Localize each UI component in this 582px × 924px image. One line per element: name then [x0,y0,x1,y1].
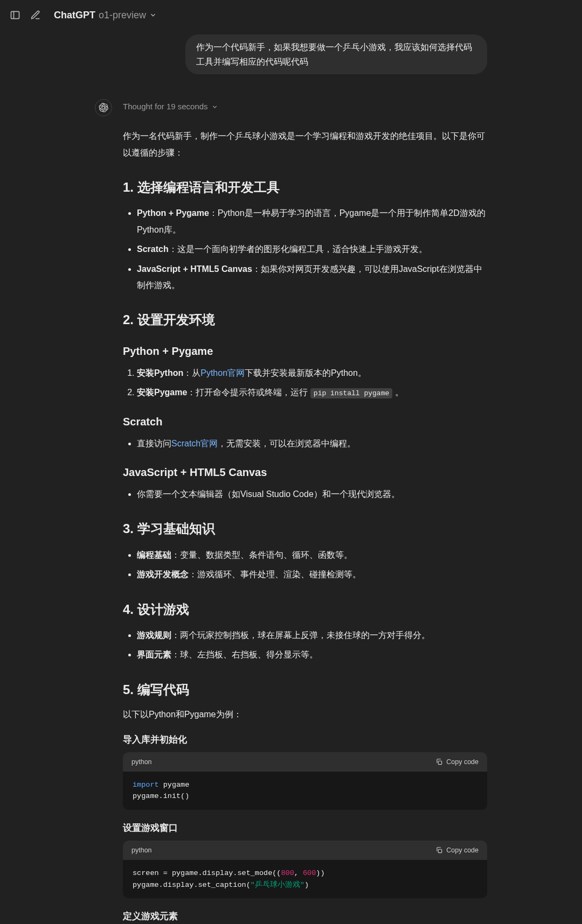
list-item: Scratch：这是一个面向初学者的图形化编程工具，适合快速上手游戏开发。 [137,241,487,257]
model-main: ChatGPT [54,8,95,23]
copy-code-button[interactable]: Copy code [435,845,479,856]
assistant-message-row: Thought for 19 seconds 作为一名代码新手，制作一个乒乓球小… [95,96,487,924]
section-1-title: 1. 选择编程语言和开发工具 [123,177,487,198]
list-item: 安装Python：从Python官网下载并安装最新版本的Python。 [137,365,487,381]
s2-js-heading: JavaScript + HTML5 Canvas [123,464,487,481]
list-item: JavaScript + HTML5 Canvas：如果你对网页开发感兴趣，可以… [137,261,487,294]
code-lang-label: python [131,845,152,856]
model-selector[interactable]: ChatGPT o1-preview [50,5,161,25]
list-item: 游戏开发概念：游戏循环、事件处理、渲染、碰撞检测等。 [137,566,487,583]
list-item: 界面元素：球、左挡板、右挡板、得分显示等。 [137,647,487,663]
scratch-link[interactable]: Scratch官网 [171,439,218,448]
openai-logo-icon [99,103,108,113]
s2-python-steps: 安装Python：从Python官网下载并安装最新版本的Python。 安装Py… [123,365,487,401]
s2-js-list: 你需要一个文本编辑器（如Visual Studio Code）和一个现代浏览器。 [123,486,487,502]
intro-paragraph: 作为一名代码新手，制作一个乒乓球小游戏是一个学习编程和游戏开发的绝佳项目。以下是… [123,128,487,161]
list-item: Python + Pygame：Python是一种易于学习的语言，Pygame是… [137,205,487,238]
code2-heading: 设置游戏窗口 [123,821,487,835]
inline-code: pip install pygame [310,388,392,398]
user-message: 作为一个代码新手，如果我想要做一个乒乓小游戏，我应该如何选择代码工具并编写相应的… [185,34,487,74]
code1-heading: 导入库并初始化 [123,732,487,747]
user-message-row: 作为一个代码新手，如果我想要做一个乒乓小游戏，我应该如何选择代码工具并编写相应的… [95,30,487,74]
toggle-sidebar-icon[interactable] [9,9,22,22]
section-3-list: 编程基础：变量、数据类型、条件语句、循环、函数等。 游戏开发概念：游戏循环、事件… [123,547,487,583]
code-content[interactable]: screen = pygame.display.set_mode((800, 6… [123,860,487,898]
assistant-avatar [95,99,112,116]
code3-heading: 定义游戏元素 [123,909,487,923]
chevron-down-icon [149,11,157,19]
copy-code-button[interactable]: Copy code [435,757,479,767]
code-block-header: python Copy code [123,841,487,860]
s2-python-heading: Python + Pygame [123,342,487,360]
list-item: 安装Pygame：打开命令提示符或终端，运行 pip install pygam… [137,384,487,401]
assistant-content: Thought for 19 seconds 作为一名代码新手，制作一个乒乓球小… [123,96,487,924]
svg-rect-0 [11,11,19,18]
section-1-list: Python + Pygame：Python是一种易于学习的语言，Pygame是… [123,205,487,293]
python-org-link[interactable]: Python官网 [200,368,245,377]
thought-disclosure[interactable]: Thought for 19 seconds [123,100,487,113]
code-block-2: python Copy code screen = pygame.display… [123,841,487,898]
model-sub: o1-preview [99,8,146,23]
s2-scratch-heading: Scratch [123,413,487,430]
section-3-title: 3. 学习基础知识 [123,519,487,539]
copy-icon [435,846,443,854]
code-block-1: python Copy code import pygame pygame.in… [123,752,487,810]
section-4-list: 游戏规则：两个玩家控制挡板，球在屏幕上反弹，未接住球的一方对手得分。 界面元素：… [123,627,487,663]
list-item: 编程基础：变量、数据类型、条件语句、循环、函数等。 [137,547,487,563]
section-5-intro: 以下以Python和Pygame为例： [123,708,487,722]
new-chat-icon[interactable] [29,9,42,22]
list-item: 直接访问Scratch官网，无需安装，可以在浏览器中编程。 [137,436,487,452]
section-5-title: 5. 编写代码 [123,680,487,700]
section-2-title: 2. 设置开发环境 [123,310,487,330]
thought-text: Thought for 19 seconds [123,100,208,113]
copy-icon [435,758,443,766]
svg-rect-3 [438,849,441,852]
conversation: 作为一个代码新手，如果我想要做一个乒乓小游戏，我应该如何选择代码工具并编写相应的… [84,30,498,924]
code-content[interactable]: import pygame pygame.init() [123,772,487,810]
svg-rect-2 [438,761,441,764]
section-4-title: 4. 设计游戏 [123,599,487,620]
list-item: 你需要一个文本编辑器（如Visual Studio Code）和一个现代浏览器。 [137,486,487,502]
code-lang-label: python [131,757,152,767]
list-item: 游戏规则：两个玩家控制挡板，球在屏幕上反弹，未接住球的一方对手得分。 [137,627,487,643]
code-block-header: python Copy code [123,752,487,772]
top-bar: ChatGPT o1-preview [0,0,582,30]
s2-scratch-list: 直接访问Scratch官网，无需安装，可以在浏览器中编程。 [123,436,487,452]
chevron-down-icon [211,103,218,110]
